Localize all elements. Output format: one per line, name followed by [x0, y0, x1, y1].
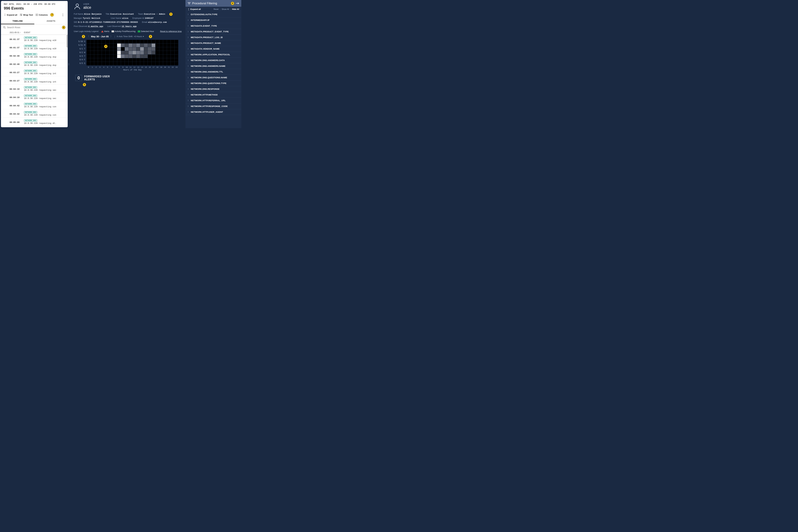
tab-assets[interactable]: ASSETS	[34, 18, 68, 24]
heatmap-cell[interactable]	[109, 51, 113, 54]
table-row[interactable]: 08:03:27 NETWORK_DNS 10.0.30.228 request…	[1, 68, 68, 76]
heatmap-cell[interactable]	[113, 51, 117, 54]
filter-item[interactable]: 〉NETWORK.HTTP.METHOD	[185, 92, 241, 98]
heatmap-cell[interactable]	[87, 47, 90, 51]
columns-button[interactable]: Columns	[36, 14, 48, 16]
filter-item[interactable]: 〉NETWORK.DNS.ANSWERS.DATA	[185, 58, 241, 63]
filter-item[interactable]: 〉METADATA.PRODUCT_NAME	[185, 40, 241, 46]
table-row[interactable]: 08:03:27 NETWORK_DNS 10.0.30.228 request…	[1, 76, 68, 84]
heatmap-cell[interactable]	[159, 62, 163, 65]
heatmap-cell[interactable]	[136, 58, 140, 62]
heatmap-cell[interactable]	[151, 40, 155, 43]
heatmap-cell[interactable]	[113, 47, 117, 51]
heatmap-cell[interactable]	[109, 62, 113, 65]
date-prev-button[interactable]: 〈	[87, 35, 89, 38]
heatmap-cell[interactable]	[109, 58, 113, 62]
table-row[interactable]: 08:01:37 NETWORK_DNS 10.0.30.228 request…	[1, 43, 68, 51]
heatmap-cell[interactable]	[125, 55, 128, 58]
heatmap-cell[interactable]	[94, 51, 98, 54]
time-shift-dropdown[interactable]: X-Axis Time Shift: +0 Hours ▾	[117, 35, 144, 38]
filter-show-all[interactable]: Show All	[222, 8, 229, 11]
heatmap-cell[interactable]	[156, 43, 159, 47]
heatmap-cell[interactable]	[102, 40, 106, 43]
heatmap-cell[interactable]	[125, 62, 128, 65]
heatmap-cell[interactable]	[163, 58, 167, 62]
scrollbar-thumb[interactable]	[67, 35, 68, 48]
heatmap-cell[interactable]	[121, 43, 125, 47]
expand-all-button[interactable]: Expand all	[4, 14, 17, 16]
table-row[interactable]: 08:04:42 NETWORK_DNS 10.0.30.228 request…	[1, 101, 68, 109]
table-row[interactable]: 08:04:10 NETWORK_DNS 10.0.30.228 request…	[1, 84, 68, 93]
table-row[interactable]: 08:02:48 NETWORK_DNS 10.0.30.228 request…	[1, 60, 68, 68]
panel-resize-handle[interactable]: ||	[68, 0, 70, 128]
heatmap-cell[interactable]	[121, 47, 125, 51]
column-header-event[interactable]: EVENT	[24, 32, 30, 34]
heatmap-cell[interactable]	[163, 40, 167, 43]
heatmap-cell[interactable]	[167, 58, 170, 62]
heatmap-cell[interactable]	[113, 55, 117, 58]
tab-timeline[interactable]: TIMELINE	[1, 18, 34, 24]
heatmap-cell[interactable]	[94, 58, 98, 62]
heatmap-cell[interactable]	[106, 55, 109, 58]
heatmap-cell[interactable]	[144, 55, 148, 58]
table-row[interactable]: 08:05:08 NETWORK_DNS 10.0.30.228 request…	[1, 126, 68, 127]
filter-item[interactable]: 〉NETWORK.DNS.QUESTIONS.NAME	[185, 75, 241, 80]
heatmap-cell[interactable]	[90, 51, 94, 54]
wrap-text-button[interactable]: Wrap Text	[20, 14, 33, 16]
heatmap-cell[interactable]	[148, 58, 151, 62]
heatmap-cell[interactable]	[156, 62, 159, 65]
heatmap-cell[interactable]	[98, 58, 102, 62]
filter-hide-all[interactable]: Hide All	[232, 8, 239, 11]
heatmap-cell[interactable]	[136, 62, 140, 65]
heatmap-cell[interactable]	[132, 40, 136, 43]
heatmap-cell[interactable]	[125, 40, 128, 43]
heatmap-cell[interactable]	[167, 55, 170, 58]
heatmap-cell[interactable]	[175, 51, 178, 54]
heatmap-cell[interactable]	[102, 55, 106, 58]
heatmap-cell[interactable]	[151, 55, 155, 58]
filter-item[interactable]: 〉NETWORK.DNS.RESPONSE	[185, 86, 241, 92]
heatmap-cell[interactable]	[129, 55, 132, 58]
heatmap-cell[interactable]	[121, 40, 125, 43]
heatmap-cell[interactable]	[113, 58, 117, 62]
filter-expand-all[interactable]: Expand all	[188, 8, 201, 11]
heatmap-cell[interactable]	[117, 51, 121, 54]
heatmap-cell[interactable]	[109, 47, 113, 51]
heatmap-cell[interactable]	[156, 58, 159, 62]
collapse-arrow-icon[interactable]	[236, 2, 239, 4]
heatmap-cell[interactable]	[129, 43, 132, 47]
heatmap-cell[interactable]	[121, 51, 125, 54]
heatmap-cell[interactable]	[140, 43, 144, 47]
heatmap-cell[interactable]	[151, 43, 155, 47]
heatmap-cell[interactable]	[175, 62, 178, 65]
heatmap-cell[interactable]	[156, 47, 159, 51]
filter-item[interactable]: 〉NETWORK.DNS.ANSWERS.NAME	[185, 63, 241, 69]
filter-reset[interactable]: Reset	[214, 8, 218, 11]
heatmap-cell[interactable]	[144, 62, 148, 65]
heatmap-cell[interactable]	[167, 51, 170, 54]
heatmap-cell[interactable]	[132, 55, 136, 58]
heatmap-cell[interactable]	[90, 62, 94, 65]
heatmap-cell[interactable]	[151, 47, 155, 51]
heatmap-cell[interactable]	[90, 43, 94, 47]
heatmap-cell[interactable]	[163, 47, 167, 51]
heatmap-cell[interactable]	[175, 43, 178, 47]
heatmap-cell[interactable]	[140, 55, 144, 58]
heatmap-cell[interactable]	[87, 43, 90, 47]
filter-item[interactable]: 〉METADATA.VENDOR_NAME	[185, 46, 241, 52]
heatmap-cell[interactable]	[87, 40, 90, 43]
table-row[interactable]: 08:04:10 NETWORK_DNS 10.0.30.228 request…	[1, 93, 68, 101]
heatmap-cell[interactable]	[163, 62, 167, 65]
heatmap-cell[interactable]	[148, 55, 151, 58]
activity-heatmap[interactable]: 5/30 S5/31 M6/1 T6/2 W6/3 T6/4 F6/5 S 4	[77, 40, 182, 65]
heatmap-cell[interactable]	[140, 62, 144, 65]
heatmap-cell[interactable]	[167, 47, 170, 51]
heatmap-cell[interactable]	[136, 40, 140, 43]
heatmap-cell[interactable]	[144, 43, 148, 47]
heatmap-cell[interactable]	[171, 62, 175, 65]
heatmap-cell[interactable]	[98, 55, 102, 58]
heatmap-cell[interactable]	[132, 43, 136, 47]
heatmap-cell[interactable]	[151, 51, 155, 54]
heatmap-cell[interactable]	[144, 47, 148, 51]
heatmap-cell[interactable]	[167, 62, 170, 65]
